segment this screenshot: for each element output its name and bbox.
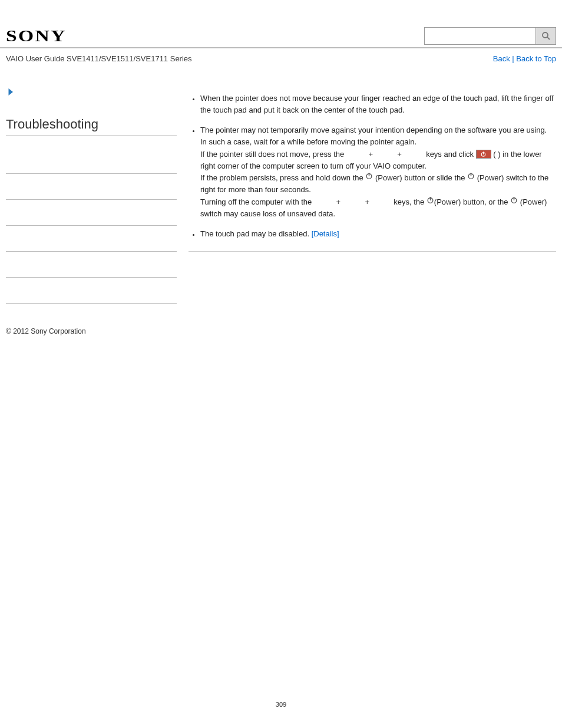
- nav-links: Back | Back to Top: [493, 54, 556, 63]
- footer-copyright: © 2012 Sony Corporation: [0, 304, 562, 335]
- power-icon: [365, 172, 373, 183]
- breadcrumb-row: VAIO User Guide SVE1411/SVE1511/SVE1711 …: [0, 48, 562, 63]
- guide-title: VAIO User Guide SVE1411/SVE1511/SVE1711 …: [6, 54, 192, 63]
- text: button or slide the: [404, 173, 467, 182]
- sidebar-title: Troubleshooting: [6, 117, 177, 136]
- text: (Power): [477, 173, 504, 182]
- list-item: The touch pad may be disabled. [Details]: [200, 228, 556, 240]
- text: If the problem persists, press and hold …: [200, 173, 365, 182]
- chevron-right-icon: [6, 87, 16, 97]
- sidebar-items: [6, 148, 177, 304]
- main-content: When the pointer does not move because y…: [189, 87, 556, 304]
- text: If the pointer still does not move, pres…: [200, 150, 346, 159]
- search-icon: [541, 31, 551, 41]
- svg-point-0: [543, 32, 548, 38]
- expand-chevron[interactable]: [6, 87, 177, 99]
- nav-separator: |: [510, 54, 517, 63]
- text: keys and click: [424, 150, 476, 159]
- back-link[interactable]: Back: [493, 54, 510, 63]
- list-item: The pointer may not temporarily move aga…: [200, 124, 556, 220]
- text: The touch pad may be disabled.: [200, 229, 312, 238]
- text: (Power): [520, 197, 547, 206]
- plus: +: [366, 150, 375, 159]
- sony-logo: SONY: [6, 27, 67, 45]
- top-bar: SONY: [0, 25, 562, 48]
- sidebar-item[interactable]: [6, 252, 177, 278]
- search-input[interactable]: [424, 27, 536, 45]
- content-divider: [189, 251, 556, 252]
- text: Turning off the computer with the: [200, 197, 314, 206]
- text: button, or the: [461, 197, 510, 206]
- details-link[interactable]: [Details]: [312, 229, 339, 238]
- page-number: 309: [0, 701, 562, 720]
- sidebar-item[interactable]: [6, 148, 177, 174]
- svg-line-1: [547, 37, 549, 39]
- plus: +: [395, 150, 404, 159]
- text: switch may cause loss of unsaved data.: [200, 209, 335, 218]
- sidebar: Troubleshooting: [6, 87, 189, 304]
- text: The pointer may not temporarily move aga…: [200, 126, 547, 134]
- sidebar-item[interactable]: [6, 278, 177, 304]
- text: In such a case, wait for a while before …: [200, 137, 416, 146]
- text: (: [493, 150, 495, 159]
- text: (Power): [434, 197, 461, 206]
- troubleshoot-list: When the pointer does not move because y…: [189, 93, 556, 241]
- plus: +: [363, 197, 372, 206]
- text: (Power): [375, 173, 402, 182]
- back-to-top-link[interactable]: Back to Top: [516, 54, 556, 63]
- power-icon: [427, 196, 434, 207]
- text: keys, the: [392, 197, 427, 206]
- power-icon: [467, 172, 475, 183]
- shutdown-icon: [476, 150, 491, 159]
- plus: +: [334, 197, 343, 206]
- search-form: [424, 27, 556, 45]
- search-button[interactable]: [536, 27, 556, 45]
- sidebar-item[interactable]: [6, 200, 177, 226]
- sidebar-item[interactable]: [6, 226, 177, 252]
- power-icon: [510, 196, 518, 207]
- sidebar-item[interactable]: [6, 174, 177, 200]
- list-item: When the pointer does not move because y…: [200, 93, 556, 116]
